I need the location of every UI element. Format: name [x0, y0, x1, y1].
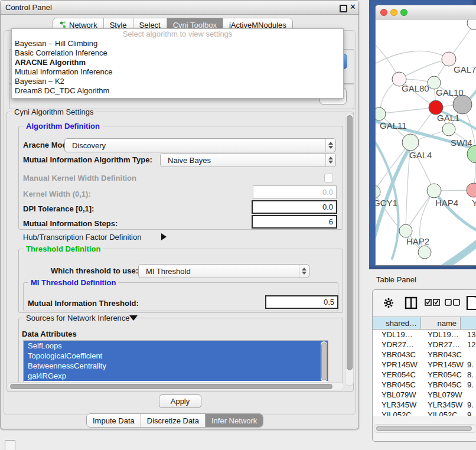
table-row[interactable]: YPR145WYPR145W9. — [373, 360, 476, 370]
tab-infer-network[interactable]: Infer Network — [206, 414, 263, 427]
table-row[interactable]: YBR043CYBR043C — [373, 350, 476, 360]
mi-threshold-field[interactable]: 0.5 — [265, 295, 338, 309]
network-window: GAL7GAL80GAL10GAL1GAL11GAL4SWI4GCY1HAP4Y… — [375, 5, 476, 266]
manual-kernel-checkbox[interactable] — [324, 174, 333, 182]
document-icon[interactable] — [466, 295, 476, 311]
dock-panel-icon[interactable] — [5, 440, 15, 450]
network-edge[interactable] — [379, 107, 436, 114]
network-node-hap4[interactable] — [427, 184, 441, 198]
aracne-mode-combo[interactable]: Discovery — [64, 138, 336, 152]
table-panel-title: Table Panel — [376, 275, 416, 284]
table-cell: YLR345W — [428, 400, 464, 409]
network-node-hap2[interactable] — [399, 224, 412, 237]
mi-steps-field[interactable]: 6 — [252, 215, 337, 229]
tab-impute-data[interactable]: Impute Data — [87, 414, 141, 427]
attribute-item[interactable]: TopologicalCoefficient — [24, 351, 328, 361]
network-node-gal1[interactable] — [442, 123, 455, 136]
hub-section-label[interactable]: Hub/Transcription Factor Definition — [23, 233, 141, 242]
sources-collapse-icon[interactable] — [129, 315, 138, 321]
column-header[interactable]: name — [421, 317, 461, 330]
network-node-gal11[interactable] — [376, 107, 386, 120]
mi-steps-label: Mutual Information Steps: — [23, 219, 118, 228]
zoom-traffic-icon[interactable] — [400, 9, 407, 16]
algorithm-option[interactable]: ARACNE Algorithm — [12, 58, 343, 67]
gear-icon[interactable] — [383, 298, 394, 308]
table-row[interactable]: YLR345WYLR345W9. — [373, 400, 476, 410]
algorithm-option[interactable]: Bayesian – Hill Climbing — [12, 39, 343, 48]
kernel-width-field[interactable]: 0.0 — [253, 185, 337, 199]
network-node-label: YM — [472, 198, 476, 208]
mi-type-combo[interactable]: Naive Bayes — [160, 153, 336, 167]
network-node-gal4[interactable] — [402, 134, 419, 151]
mi-type-value: Naive Bayes — [161, 156, 325, 165]
table-row[interactable]: YIL052CYIL052C9. — [373, 410, 476, 416]
close-icon[interactable]: ✕ — [350, 2, 356, 11]
unchecked-pair-icon[interactable] — [445, 299, 460, 306]
table-cell: YLR345W — [382, 400, 423, 409]
mi-type-label: Mutual Information Algorithm Type: — [23, 155, 152, 164]
table-cell: YBL079W — [428, 390, 464, 399]
attribute-list-scrollbar[interactable] — [321, 341, 327, 381]
network-node-gcy1[interactable] — [376, 185, 380, 198]
table-row[interactable]: YBL079WYBL079W — [373, 390, 476, 400]
table-toolbar — [373, 290, 476, 317]
apply-button[interactable]: Apply — [159, 394, 201, 408]
settings-horizontal-scrollbar[interactable] — [8, 382, 344, 390]
table-cell: YDR27… — [428, 340, 464, 349]
minimize-traffic-icon[interactable] — [390, 9, 397, 16]
sources-title: Sources for Network Inference — [24, 314, 132, 322]
network-titlebar[interactable] — [376, 5, 476, 19]
attribute-item[interactable]: BetweennessCentrality — [24, 361, 328, 371]
algorithm-popup-placeholder: Select algorithm to view settings — [12, 29, 343, 39]
checked-pair-icon[interactable] — [425, 299, 440, 306]
network-node[interactable] — [467, 19, 476, 30]
algorithm-option[interactable]: Bayesian – K2 — [12, 77, 343, 86]
network-edge[interactable] — [399, 59, 449, 79]
table-row[interactable]: YBR045CYBR045C9. — [373, 380, 476, 390]
tab-discretize-data[interactable]: Discretize Data — [141, 414, 206, 427]
table-cell: YER054C — [428, 370, 464, 379]
float-icon[interactable] — [340, 5, 347, 12]
network-node-ym[interactable] — [467, 183, 476, 197]
network-node-label: HAP2 — [406, 236, 429, 246]
stepper-icon — [325, 139, 335, 152]
settings-vertical-scrollbar[interactable] — [345, 113, 354, 386]
table-row[interactable]: YDL19…YDL19…13 — [373, 330, 476, 340]
table-cell: 9. — [467, 410, 476, 416]
table-cell: YBL079W — [382, 390, 423, 399]
table-cell: 9. — [467, 360, 476, 369]
algorithm-option[interactable]: Dream8 DC_TDC Algorithm — [12, 86, 343, 96]
table-cell: YDL19… — [382, 330, 423, 339]
dpi-tolerance-field[interactable]: 0.0 — [252, 200, 337, 214]
algorithm-option[interactable]: Mutual Information Inference — [12, 67, 343, 77]
network-edge[interactable] — [444, 237, 476, 265]
table-header-row: shared…name — [373, 317, 476, 330]
kernel-width-label: Kernel Width (0,1): — [23, 190, 91, 198]
network-node[interactable] — [453, 95, 472, 114]
which-threshold-label: Which threshold to use: — [51, 266, 138, 275]
network-node[interactable] — [418, 246, 431, 259]
which-threshold-combo[interactable]: MI Threshold — [138, 264, 309, 278]
network-icon — [59, 21, 67, 29]
split-columns-icon[interactable] — [405, 296, 418, 309]
attribute-item[interactable]: gal4RGexp — [24, 371, 328, 381]
table-horizontal-scrollbar[interactable] — [374, 424, 476, 433]
network-node-label: GAL4 — [409, 150, 432, 160]
hub-expand-icon[interactable] — [161, 233, 167, 240]
attribute-list[interactable]: SelfLoopsTopologicalCoefficientBetweenne… — [23, 340, 328, 383]
table-panel-window: shared…name YDL19…YDL19…13YDR27…YDR27…12… — [372, 289, 476, 442]
column-header[interactable]: shared… — [373, 317, 421, 330]
control-panel-title: Control Panel — [5, 3, 52, 12]
algorithm-option[interactable]: Basic Correlation Inference — [12, 48, 343, 58]
network-node-label: SWI4 — [451, 138, 472, 148]
table-cell: YPR145W — [382, 360, 423, 369]
table-row[interactable]: YDR27…YDR27…12 — [373, 340, 476, 350]
column-header[interactable] — [461, 317, 476, 330]
close-traffic-icon[interactable] — [380, 9, 387, 16]
attribute-item[interactable]: SelfLoops — [24, 341, 328, 351]
table-cell: YER054C — [382, 370, 423, 379]
network-canvas[interactable]: GAL7GAL80GAL10GAL1GAL11GAL4SWI4GCY1HAP4Y… — [376, 19, 476, 265]
table-cell: 8. — [467, 370, 476, 379]
control-panel-titlebar[interactable]: Control Panel ✕ — [1, 1, 358, 15]
table-row[interactable]: YER054CYER054C8. — [373, 370, 476, 380]
